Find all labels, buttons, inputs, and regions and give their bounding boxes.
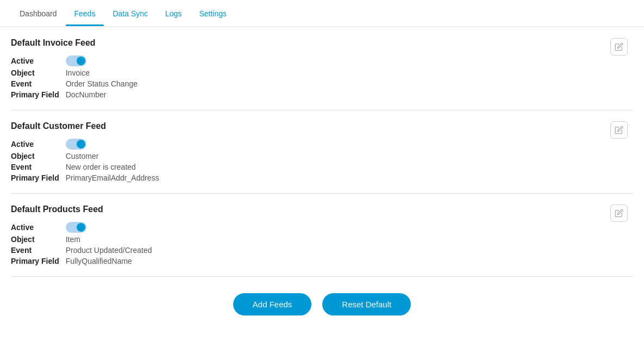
value-event-2: New order is created — [66, 163, 633, 171]
label-event-1: Event — [11, 79, 59, 88]
edit-button-1[interactable] — [610, 38, 628, 55]
nav-data-sync[interactable]: Data Sync — [104, 2, 157, 26]
reset-default-button[interactable]: Reset Default — [322, 293, 411, 315]
value-primary-field-2: PrimaryEmailAddr_Address — [66, 174, 633, 182]
label-active-3: Active — [11, 223, 59, 232]
nav-settings[interactable]: Settings — [190, 2, 235, 26]
value-event-3: Product Updated/Created — [66, 246, 633, 255]
toggle-active-2 — [66, 139, 633, 150]
value-object-1: Invoice — [66, 69, 633, 77]
label-object-1: Object — [11, 69, 59, 77]
label-object-3: Object — [11, 235, 59, 244]
label-active-1: Active — [11, 57, 59, 65]
value-primary-field-3: FullyQualifiedName — [66, 257, 633, 265]
toggle-knob-2 — [77, 140, 85, 148]
toggle-knob-1 — [77, 57, 85, 65]
toggle-switch-3[interactable] — [66, 222, 86, 233]
label-primary-field-3: Primary Field — [11, 257, 59, 265]
value-object-3: Item — [66, 235, 633, 244]
feed-customer-title: Default Customer Feed — [11, 121, 633, 131]
nav-feeds[interactable]: Feeds — [66, 2, 104, 26]
feed-invoice: Default Invoice Feed Active Object Invoi… — [11, 27, 633, 110]
label-primary-field-2: Primary Field — [11, 174, 59, 182]
label-event-3: Event — [11, 246, 59, 255]
label-object-2: Object — [11, 152, 59, 160]
feed-products-fields: Active Object Item Event Product Updated… — [11, 222, 633, 265]
navigation: Dashboard Feeds Data Sync Logs Settings — [0, 0, 644, 27]
toggle-switch-2[interactable] — [66, 139, 86, 150]
label-active-2: Active — [11, 140, 59, 148]
label-event-2: Event — [11, 163, 59, 171]
value-primary-field-1: DocNumber — [66, 90, 633, 99]
feed-customer: Default Customer Feed Active Object Cust… — [11, 110, 633, 194]
toggle-switch-1[interactable] — [66, 55, 86, 66]
feed-products-title: Default Products Feed — [11, 205, 633, 214]
toggle-active-1 — [66, 55, 633, 66]
feed-products: Default Products Feed Active Object Item… — [11, 194, 633, 277]
value-object-2: Customer — [66, 152, 633, 160]
edit-icon-1 — [615, 42, 623, 51]
feed-invoice-title: Default Invoice Feed — [11, 38, 633, 48]
toggle-active-3 — [66, 222, 633, 233]
action-buttons: Add Feeds Reset Default — [11, 277, 633, 326]
feed-invoice-fields: Active Object Invoice Event Order Status… — [11, 55, 633, 99]
feed-customer-fields: Active Object Customer Event New order i… — [11, 139, 633, 182]
value-event-1: Order Status Change — [66, 79, 633, 88]
main-content: Default Invoice Feed Active Object Invoi… — [0, 27, 644, 337]
nav-logs[interactable]: Logs — [157, 2, 190, 26]
edit-button-3[interactable] — [610, 205, 628, 222]
edit-button-2[interactable] — [610, 121, 628, 139]
edit-icon-3 — [615, 209, 623, 218]
toggle-knob-3 — [77, 223, 85, 232]
add-feeds-button[interactable]: Add Feeds — [233, 293, 312, 315]
nav-dashboard[interactable]: Dashboard — [11, 2, 66, 26]
edit-icon-2 — [615, 126, 623, 134]
label-primary-field-1: Primary Field — [11, 90, 59, 99]
